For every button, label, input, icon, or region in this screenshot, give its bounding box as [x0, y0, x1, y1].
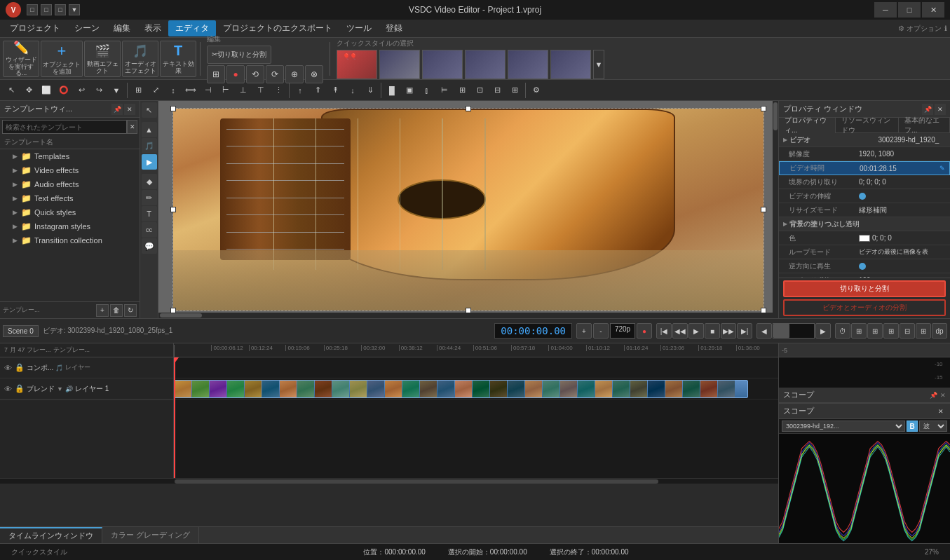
- tc-minus-btn[interactable]: -: [593, 323, 609, 339]
- edit-btn4[interactable]: ⟳: [266, 65, 284, 83]
- menu-scene[interactable]: シーン: [67, 20, 107, 36]
- info-btn[interactable]: ℹ: [944, 25, 947, 32]
- menu-project[interactable]: プロジェクト: [3, 20, 67, 36]
- cut-action-btn[interactable]: 切り取りと分割: [783, 280, 946, 297]
- track-row-2[interactable]: [174, 378, 778, 399]
- cut-paste-button[interactable]: ✂ 切り取りと分割: [207, 46, 271, 64]
- scope-close-btn2[interactable]: ✕: [940, 392, 946, 399]
- tree-item-audio-effects[interactable]: ▶ 📁 Audio effects: [0, 177, 140, 191]
- handle-mid-right[interactable]: [761, 207, 766, 212]
- select-rect-tool[interactable]: ⬜: [38, 82, 55, 99]
- move-up-btn[interactable]: ▲: [142, 122, 157, 137]
- handle-top-mid[interactable]: [466, 106, 471, 111]
- cc-btn[interactable]: cc: [142, 222, 157, 238]
- qs-item-3[interactable]: [422, 50, 463, 79]
- pbb-del-btn[interactable]: 🗑: [110, 304, 123, 317]
- panel-pin-btn[interactable]: 📌: [111, 104, 123, 115]
- menu-tools[interactable]: ツール: [339, 20, 379, 36]
- t8[interactable]: ⊞: [506, 82, 523, 99]
- track-clip[interactable]: [174, 380, 748, 398]
- rc-btn2[interactable]: ⊞: [851, 323, 867, 339]
- minimize-button[interactable]: ─: [874, 2, 897, 18]
- t5[interactable]: ⋮: [270, 82, 287, 99]
- t3[interactable]: ⊥: [235, 82, 252, 99]
- edit-btn1[interactable]: ⊞: [207, 65, 225, 83]
- up3-tool[interactable]: ↟: [327, 82, 344, 99]
- scope-mode-select[interactable]: 波: [919, 421, 947, 432]
- fill-tool[interactable]: █: [384, 82, 400, 99]
- track-lock-btn2[interactable]: 🔒: [15, 384, 25, 394]
- dropdown-tool[interactable]: ▼: [108, 82, 125, 99]
- template-search-input[interactable]: [2, 120, 127, 134]
- shape-btn[interactable]: ◆: [142, 174, 157, 189]
- scope-source-select[interactable]: 3002399-hd_192...: [782, 421, 905, 432]
- scroll-track[interactable]: [174, 479, 778, 484]
- qs-item-6[interactable]: [550, 50, 591, 79]
- pbb-add-btn[interactable]: +: [96, 304, 109, 317]
- up2-tool[interactable]: ⇑: [309, 82, 326, 99]
- tree-item-transition[interactable]: ▶ 📁 Transition collection: [0, 233, 140, 247]
- panel-close-btn[interactable]: ✕: [124, 104, 135, 115]
- move2-tool[interactable]: ⤢: [147, 82, 164, 99]
- draw-btn[interactable]: ✏: [142, 190, 157, 205]
- video-btn[interactable]: ▶: [142, 154, 157, 170]
- pb-prev-btn[interactable]: ◀◀: [672, 323, 688, 339]
- scope-pin-btn[interactable]: 📌: [930, 392, 937, 399]
- redo-tool[interactable]: ↪: [90, 82, 107, 99]
- rc-btn5[interactable]: ⊟: [900, 323, 915, 339]
- toggle-dot[interactable]: [859, 263, 866, 270]
- music-btn[interactable]: 🎵: [142, 138, 157, 153]
- props-tab-resources[interactable]: リソースウィンドウ: [836, 118, 899, 133]
- crop-tool[interactable]: ⊞: [130, 82, 147, 99]
- tab-color-grading[interactable]: カラー グレーディング: [102, 527, 199, 544]
- qs-item-4[interactable]: [465, 50, 505, 79]
- props-tab-effects[interactable]: 基本的なエフ...: [899, 118, 950, 133]
- menu-view[interactable]: 表示: [137, 20, 168, 36]
- video-fx-button[interactable]: 🎬 動画エフェクト: [84, 41, 121, 77]
- up-tool[interactable]: ↑: [292, 82, 308, 99]
- props-group-video[interactable]: ▶ ビデオ 3002399-hd_1920_: [779, 133, 950, 147]
- tree-item-video-effects[interactable]: ▶ 📁 Video effects: [0, 163, 140, 177]
- edit-btn3[interactable]: ⟲: [246, 65, 264, 83]
- down-tool[interactable]: ↓: [344, 82, 361, 99]
- text-fx-button[interactable]: T テキスト効果: [160, 41, 196, 77]
- scope-b-btn[interactable]: B: [907, 421, 918, 432]
- scale-tool[interactable]: ⟺: [182, 82, 199, 99]
- video-frame[interactable]: [172, 108, 764, 311]
- rc-btn6[interactable]: ⊞: [916, 323, 931, 339]
- split-av-btn[interactable]: ビデオとオーディオの分割: [783, 299, 946, 316]
- options-btn[interactable]: ⚙ オプション: [898, 24, 942, 34]
- tree-item-text-effects[interactable]: ▶ 📁 Text effects: [0, 191, 140, 205]
- undo-tool[interactable]: ↩: [73, 82, 90, 99]
- icon3[interactable]: □: [55, 4, 66, 15]
- collapse-arrow[interactable]: ▶: [783, 221, 787, 227]
- rc-btn4[interactable]: ⊞: [883, 323, 899, 339]
- pointer-side-btn[interactable]: ↖: [142, 102, 157, 118]
- pb-stop-btn[interactable]: ■: [705, 323, 720, 339]
- canvas-vscroll[interactable]: [773, 101, 778, 318]
- track-vis-btn2[interactable]: 👁: [3, 384, 13, 394]
- tree-item-templates[interactable]: ▶ 📁 Templates: [0, 149, 140, 163]
- scope-close-btn[interactable]: ✕: [936, 407, 946, 416]
- edit-btn6[interactable]: ⊗: [305, 65, 323, 83]
- time-edit-btn[interactable]: ✎: [939, 165, 945, 172]
- dist-tool[interactable]: ⊨: [436, 82, 453, 99]
- collapse-arrow[interactable]: ▶: [783, 137, 787, 143]
- tree-item-instagram[interactable]: ▶ 📁 Instagram styles: [0, 219, 140, 233]
- edit-btn5[interactable]: ⊕: [285, 65, 304, 83]
- grid-tool[interactable]: ⊞: [454, 82, 470, 99]
- add-object-button[interactable]: + オブジェクトを追加: [41, 41, 83, 77]
- tree-item-quick-styles[interactable]: ▶ 📁 Quick styles: [0, 205, 140, 219]
- move-tool[interactable]: ✥: [20, 82, 37, 99]
- volume-slider[interactable]: [773, 323, 815, 339]
- bubble-btn[interactable]: 💬: [142, 238, 157, 254]
- t6[interactable]: ⊡: [471, 82, 488, 99]
- icon1[interactable]: □: [27, 4, 38, 15]
- audio-fx-button[interactable]: 🎵 オーディオエフェクト: [122, 41, 158, 77]
- rc-btn7[interactable]: dp: [932, 323, 947, 339]
- color-swatch[interactable]: [859, 235, 870, 242]
- tc-record-btn[interactable]: ●: [637, 323, 652, 339]
- pb-next-btn[interactable]: ▶▶: [721, 323, 736, 339]
- settings-tool[interactable]: ⚙: [528, 82, 545, 99]
- menu-register[interactable]: 登録: [379, 20, 409, 36]
